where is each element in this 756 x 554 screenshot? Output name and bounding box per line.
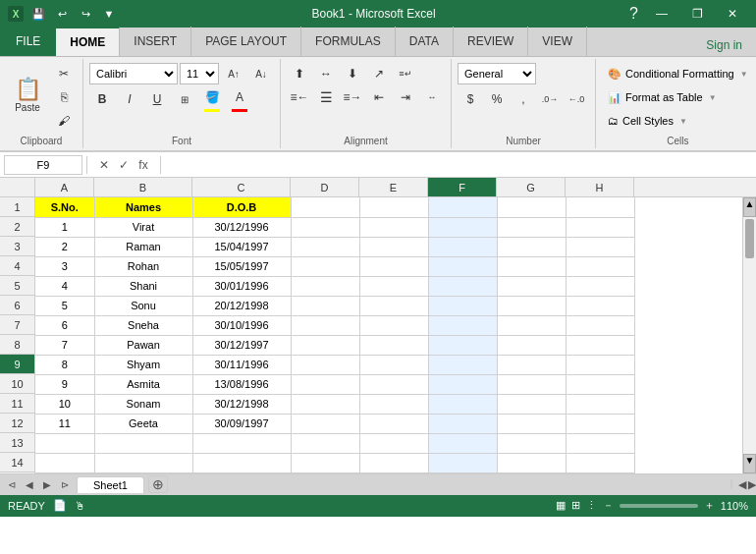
cell-8-F[interactable] [428,335,497,355]
scroll-down-button[interactable]: ▼ [743,454,756,473]
cell-9-F[interactable] [428,355,497,374]
undo-btn[interactable]: ↩ [53,5,71,23]
close-button[interactable]: ✕ [717,0,748,28]
cell-4-E[interactable] [359,256,428,276]
sheet-prev-btn[interactable]: ◀ [22,479,37,490]
sheet-last-btn[interactable]: ⊳ [57,479,73,490]
row-num-13[interactable]: 13 [0,433,34,453]
cell-7-G[interactable] [497,315,566,335]
col-header-e[interactable]: E [359,178,428,196]
wrap-text-button[interactable]: ≡↵ [393,63,418,84]
cell-11-B[interactable]: Sonam [94,394,192,414]
cell-2-E[interactable] [359,217,428,237]
row-num-12[interactable]: 12 [0,414,34,433]
cell-3-B[interactable]: Raman [94,237,192,256]
cell-4-C[interactable]: 15/05/1997 [192,256,291,276]
cell-11-G[interactable] [497,394,566,414]
cell-3-H[interactable] [566,237,634,256]
cell-13-D[interactable] [291,433,359,453]
cell-12-G[interactable] [497,414,566,433]
row-num-14[interactable]: 14 [0,453,34,472]
scroll-right-btn[interactable]: ▶ [748,478,756,491]
cell-6-G[interactable] [497,296,566,315]
font-color-button[interactable]: A [227,86,252,108]
row-num-4[interactable]: 4 [0,256,34,276]
layout-normal-icon[interactable]: ▦ [556,499,566,512]
cell-10-H[interactable] [566,374,634,394]
paste-button[interactable]: 📋 Paste [6,63,49,126]
cell-3-C[interactable]: 15/04/1997 [192,237,291,256]
cell-14-D[interactable] [291,453,359,472]
text-angle-button[interactable]: ↗ [366,63,392,84]
col-header-a[interactable]: A [35,178,94,196]
redo-btn[interactable]: ↪ [77,5,94,23]
increase-font-button[interactable]: A↑ [221,63,246,84]
cell-2-C[interactable]: 30/12/1996 [192,217,291,237]
align-bottom-button[interactable]: ⬇ [340,63,365,84]
tab-review[interactable]: REVIEW [454,27,528,56]
cell-6-A[interactable]: 5 [35,296,94,315]
cell-12-F[interactable] [428,414,497,433]
sheet-tab-sheet1[interactable]: Sheet1 [77,476,144,493]
cell-11-F[interactable] [428,394,497,414]
add-sheet-button[interactable]: ⊕ [148,475,168,493]
cell-14-C[interactable] [192,453,291,472]
insert-function-icon[interactable]: fx [135,158,152,172]
cell-7-F[interactable] [428,315,497,335]
conditional-formatting-button[interactable]: 🎨 Conditional Formatting ▼ [602,63,754,84]
cell-1-D[interactable] [291,197,359,217]
cell-10-A[interactable]: 9 [35,374,94,394]
tab-home[interactable]: HOME [56,27,120,56]
cell-10-F[interactable] [428,374,497,394]
align-middle-button[interactable]: ↔ [313,63,339,84]
cell-3-F[interactable] [428,237,497,256]
cell-10-D[interactable] [291,374,359,394]
cell-9-C[interactable]: 30/11/1996 [192,355,291,374]
cell-6-C[interactable]: 20/12/1998 [192,296,291,315]
cell-13-G[interactable] [497,433,566,453]
cell-2-F[interactable] [428,217,497,237]
cell-12-A[interactable]: 11 [35,414,94,433]
cell-10-C[interactable]: 13/08/1996 [192,374,291,394]
tab-data[interactable]: DATA [396,27,454,56]
cell-1-E[interactable] [359,197,428,217]
cell-2-B[interactable]: Virat [94,217,192,237]
cell-5-H[interactable] [566,276,634,296]
cell-9-G[interactable] [497,355,566,374]
cell-5-G[interactable] [497,276,566,296]
formula-input[interactable] [165,155,752,175]
cell-5-D[interactable] [291,276,359,296]
cell-2-D[interactable] [291,217,359,237]
horizontal-scrollbar[interactable] [730,479,732,489]
cell-5-E[interactable] [359,276,428,296]
row-num-3[interactable]: 3 [0,237,34,256]
currency-button[interactable]: $ [458,88,483,110]
cell-13-B[interactable] [94,433,192,453]
layout-page-icon[interactable]: ⊞ [571,499,580,512]
tab-insert[interactable]: INSERT [120,27,191,56]
cell-14-E[interactable] [359,453,428,472]
col-header-g[interactable]: G [497,178,566,196]
sign-in-button[interactable]: Sign in [692,34,756,56]
increase-indent-button[interactable]: ⇥ [393,86,418,108]
cell-13-C[interactable] [192,433,291,453]
tab-view[interactable]: VIEW [528,27,587,56]
decrease-font-button[interactable]: A↓ [248,63,274,84]
cell-11-H[interactable] [566,394,634,414]
cell-8-C[interactable]: 30/12/1997 [192,335,291,355]
cell-4-G[interactable] [497,256,566,276]
tab-page-layout[interactable]: PAGE LAYOUT [191,27,301,56]
cell-5-A[interactable]: 4 [35,276,94,296]
cell-4-D[interactable] [291,256,359,276]
cell-9-A[interactable]: 8 [35,355,94,374]
cell-11-E[interactable] [359,394,428,414]
cancel-formula-icon[interactable]: ✕ [95,158,113,172]
cell-5-B[interactable]: Shani [94,276,192,296]
col-header-b[interactable]: B [94,178,192,196]
align-top-button[interactable]: ⬆ [287,63,312,84]
zoom-plus-btn[interactable]: ＋ [704,498,715,513]
cell-7-H[interactable] [566,315,634,335]
cell-12-H[interactable] [566,414,634,433]
cell-13-F[interactable] [428,433,497,453]
cell-9-B[interactable]: Shyam [94,355,192,374]
